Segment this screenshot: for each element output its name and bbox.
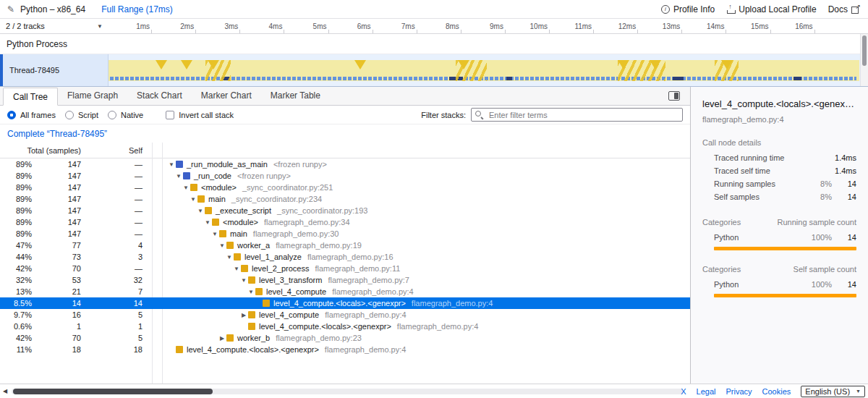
profile-name[interactable]: Python – x86_64 [20,4,85,14]
expand-arrow-icon[interactable]: ▶ [218,335,226,342]
call-tree-row[interactable]: 89%147—▼_run_module_as_main<frozen runpy… [0,158,690,170]
settings-row: All framesScriptNative Invert call stack… [0,106,690,124]
ruler-tick: 15ms [729,19,771,33]
category-section-heading: CategoriesSelf sample count [702,265,856,274]
footer-close-link[interactable]: X [681,387,686,396]
collapse-arrow-icon[interactable]: ▼ [232,266,241,272]
detail-value: 14 [832,179,856,188]
category-icon [234,253,241,261]
file-location: flamegraph_demo.py:16 [307,253,393,261]
footer-bar: ◀ XLegalPrivacyCookiesEnglish (US)▼ [0,384,868,398]
collapse-arrow-icon[interactable]: ▼ [239,277,248,284]
function-name: main [230,229,247,238]
category-icon [248,276,255,284]
function-name: level_3_transform [259,276,322,284]
tab-flame-graph[interactable]: Flame Graph [58,87,127,105]
docs-link[interactable]: Docs [828,4,861,14]
call-tree-row[interactable]: 8.5%1414level_4_compute.<locals>.<genexp… [0,297,690,309]
tracks-summary-dropdown[interactable]: 2 / 2 tracks ▼ [0,19,109,33]
total-samples: 147 [35,183,85,192]
collapse-arrow-icon[interactable]: ▼ [189,196,197,203]
radio-all-frames[interactable]: All frames [7,111,56,119]
file-location: _sync_coordinator.py:193 [277,206,367,215]
function-name: _run_module_as_main [187,160,268,169]
call-tree-row[interactable]: 89%147—▼main_sync_coordinator.py:234 [0,193,690,205]
sidebar-toggle-icon[interactable] [668,91,680,101]
collapse-arrow-icon[interactable]: ▼ [247,289,255,295]
tab-stack-chart[interactable]: Stack Chart [127,87,192,105]
category-icon [255,288,263,295]
total-samples: 73 [35,253,85,261]
total-samples: 147 [35,160,85,169]
scroll-left-arrow-icon[interactable]: ◀ [3,388,7,394]
thread-track-label[interactable]: Thread-78495 [3,54,109,86]
process-track-header[interactable]: Python Process [0,34,868,54]
call-tree-row[interactable]: 42%705▶worker_bflamegraph_demo.py:23 [0,332,690,344]
self-samples: 4 [85,241,152,250]
full-range-link[interactable]: Full Range (17ms) [101,4,173,14]
breadcrumb-complete-thread[interactable]: Complete “Thread-78495” [7,129,107,139]
call-tree-row[interactable]: 9.7%165▶level_4_computeflamegraph_demo.p… [0,309,690,321]
timeline-scrollbar-thumb[interactable] [862,35,867,66]
thread-track[interactable]: Thread-78495 [0,54,868,87]
collapse-arrow-icon[interactable]: ▼ [225,254,234,261]
tab-marker-table[interactable]: Marker Table [261,87,330,105]
total-percent: 0.6% [0,322,35,331]
total-percent: 13% [0,287,35,296]
expand-arrow-icon[interactable]: ▶ [239,312,248,318]
collapse-arrow-icon[interactable]: ▼ [210,231,219,237]
call-tree-row[interactable]: 0.6%11level_4_compute.<locals>.<genexpr>… [0,321,690,332]
filter-input[interactable] [471,108,683,122]
tree-cell: ▶level_4_computeflamegraph_demo.py:4 [163,310,690,319]
collapse-arrow-icon[interactable]: ▼ [203,219,212,226]
call-tree-row[interactable]: 44%733▼level_1_analyzeflamegraph_demo.py… [0,251,690,263]
collapse-arrow-icon[interactable]: ▼ [167,161,176,168]
column-total-samples[interactable]: Total (samples) [0,146,85,155]
edit-profile-name-icon[interactable]: ✎ [7,4,14,14]
call-tree-row[interactable]: 42%70—▼level_2_processflamegraph_demo.py… [0,263,690,274]
radio-script[interactable]: Script [65,111,98,119]
call-tree-row[interactable]: 13%217▼level_4_computeflamegraph_demo.py… [0,286,690,297]
call-tree-row[interactable]: 47%774▼worker_aflamegraph_demo.py:19 [0,240,690,251]
track-canvas[interactable] [109,60,859,81]
self-samples: — [85,229,152,238]
horizontal-scrollbar-thumb[interactable] [13,389,213,394]
call-tree-row[interactable]: 89%147—▼_execute_script_sync_coordinator… [0,205,690,216]
upload-profile-button[interactable]: Upload Local Profile [726,4,816,14]
total-percent: 11% [0,345,35,354]
detail-value: 1.4ms [832,153,856,162]
breadcrumb: Complete “Thread-78495” [0,124,690,143]
language-select[interactable]: English (US)▼ [801,386,865,397]
self-samples: — [85,264,152,273]
collapse-arrow-icon[interactable]: ▼ [174,173,183,179]
collapse-arrow-icon[interactable]: ▼ [218,242,226,249]
ruler-tick: 8ms [420,19,461,33]
call-tree-row[interactable]: 32%5332▼level_3_transformflamegraph_demo… [0,274,690,286]
timeline-vertical-scrollbar[interactable] [860,34,868,86]
radio-native[interactable]: Native [108,111,143,119]
radio-icon [108,111,116,119]
call-tree-row[interactable]: 11%1818level_4_compute.<locals>.<genexpr… [0,344,690,355]
call-tree-row[interactable]: 89%147—▼<module>flamegraph_demo.py:34 [0,216,690,228]
tab-bar: Call TreeFlame GraphStack ChartMarker Ch… [0,87,690,106]
call-tree-row[interactable]: 89%147—▼_run_code<frozen runpy> [0,170,690,182]
tab-marker-chart[interactable]: Marker Chart [192,87,261,105]
self-samples: — [85,172,152,180]
footer-links: XLegalPrivacyCookiesEnglish (US)▼ [681,384,865,398]
call-tree-row[interactable]: 89%147—▼mainflamegraph_demo.py:30 [0,228,690,240]
profile-info-button[interactable]: i Profile Info [661,4,715,14]
footer-link-cookies[interactable]: Cookies [762,387,791,396]
collapse-arrow-icon[interactable]: ▼ [182,185,190,191]
self-samples: 5 [85,310,152,319]
column-self[interactable]: Self [85,146,152,155]
category-icon [241,265,248,272]
call-tree-row[interactable]: 89%147—▼<module>_sync_coordinator.py:251 [0,182,690,193]
file-location: flamegraph_demo.py:23 [276,334,362,342]
footer-link-legal[interactable]: Legal [697,387,716,396]
file-location: <frozen runpy> [273,160,327,169]
tab-call-tree[interactable]: Call Tree [3,88,58,106]
invert-call-stack-checkbox[interactable]: Invert call stack [166,111,234,119]
tree-cell: level_4_compute.<locals>.<genexpr>flameg… [163,345,690,354]
collapse-arrow-icon[interactable]: ▼ [196,208,205,214]
footer-link-privacy[interactable]: Privacy [726,387,752,396]
